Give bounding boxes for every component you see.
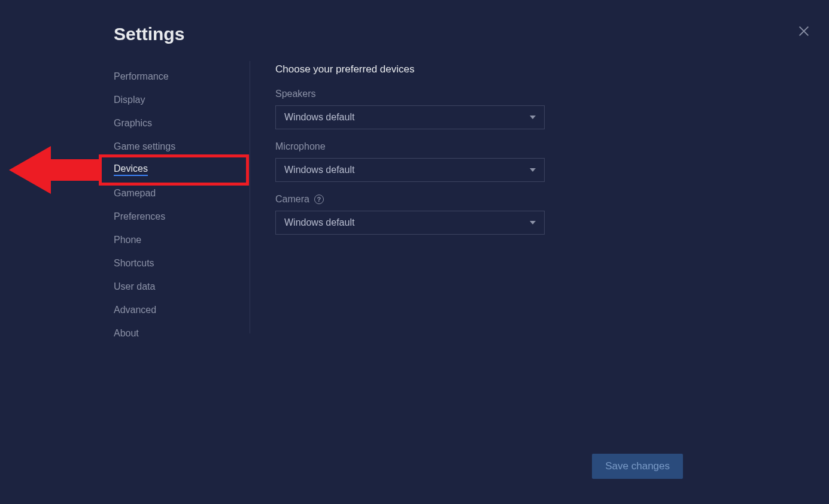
sidebar-item-user-data[interactable]: User data <box>114 275 250 298</box>
speakers-label: Speakers <box>275 89 316 99</box>
sidebar-item-game-settings[interactable]: Game settings <box>114 135 250 158</box>
chevron-down-icon <box>530 168 536 172</box>
sidebar-item-label: Phone <box>114 235 141 245</box>
sidebar-item-about[interactable]: About <box>114 321 250 345</box>
sidebar-item-preferences[interactable]: Preferences <box>114 205 250 228</box>
main-panel: Choose your preferred devices Speakers W… <box>250 61 545 504</box>
close-icon <box>797 25 810 38</box>
sidebar-item-label: Graphics <box>114 118 152 129</box>
microphone-label: Microphone <box>275 141 326 152</box>
microphone-dropdown[interactable]: Windows default <box>275 158 545 182</box>
sidebar-item-label: Preferences <box>114 211 165 222</box>
sidebar: Performance Display Graphics Game settin… <box>114 61 250 333</box>
sidebar-item-advanced[interactable]: Advanced <box>114 298 250 321</box>
chevron-down-icon <box>530 221 536 224</box>
speakers-dropdown[interactable]: Windows default <box>275 105 545 129</box>
sidebar-item-label: About <box>114 328 139 339</box>
save-changes-button[interactable]: Save changes <box>592 454 683 479</box>
microphone-value: Windows default <box>284 165 354 175</box>
sidebar-item-label: Devices <box>114 163 148 176</box>
sidebar-item-label: Gamepad <box>114 188 156 199</box>
sidebar-item-label: Display <box>114 95 145 105</box>
sidebar-item-gamepad[interactable]: Gamepad <box>114 181 250 205</box>
camera-value: Windows default <box>284 217 354 228</box>
sidebar-item-performance[interactable]: Performance <box>114 65 250 88</box>
sidebar-item-shortcuts[interactable]: Shortcuts <box>114 251 250 275</box>
sidebar-item-phone[interactable]: Phone <box>114 228 250 251</box>
sidebar-item-display[interactable]: Display <box>114 88 250 111</box>
close-button[interactable] <box>795 23 812 40</box>
sidebar-item-devices[interactable]: Devices <box>114 158 250 181</box>
section-heading: Choose your preferred devices <box>275 63 545 75</box>
sidebar-item-label: Game settings <box>114 141 175 152</box>
sidebar-item-label: Shortcuts <box>114 258 154 269</box>
camera-label: Camera <box>275 194 309 205</box>
sidebar-item-label: Advanced <box>114 305 156 315</box>
form-group-camera: Camera ? Windows default <box>275 194 545 235</box>
chevron-down-icon <box>530 116 536 119</box>
help-icon[interactable]: ? <box>314 195 324 204</box>
page-title: Settings <box>114 24 829 44</box>
form-group-microphone: Microphone Windows default <box>275 141 545 182</box>
form-group-speakers: Speakers Windows default <box>275 89 545 129</box>
camera-dropdown[interactable]: Windows default <box>275 211 545 235</box>
speakers-value: Windows default <box>284 112 354 123</box>
sidebar-item-graphics[interactable]: Graphics <box>114 111 250 135</box>
sidebar-item-label: Performance <box>114 71 169 82</box>
sidebar-item-label: User data <box>114 281 155 292</box>
